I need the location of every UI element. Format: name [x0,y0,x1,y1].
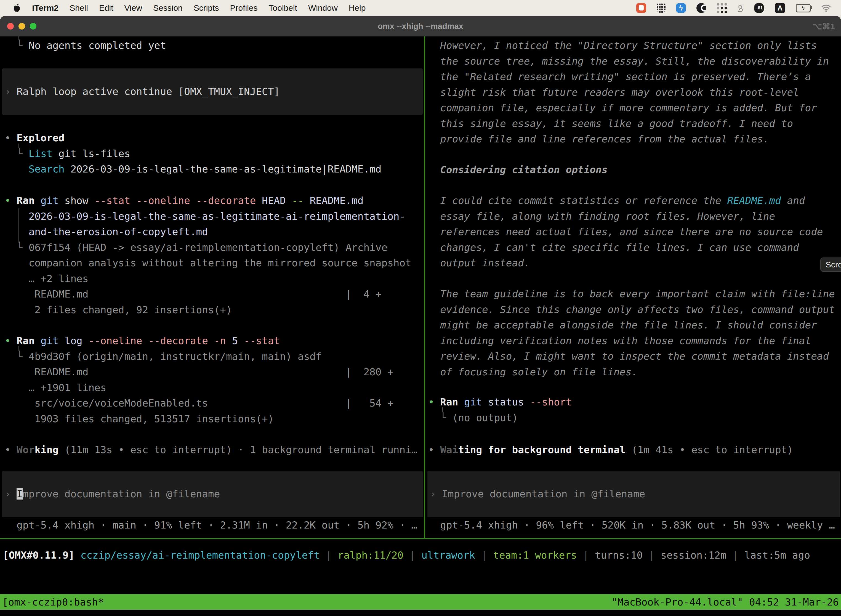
menu-item-window[interactable]: Window [308,3,338,13]
menu-item-session[interactable]: Session [153,3,183,13]
shield-grid-icon[interactable] [657,3,665,13]
terminal-line: provide file and line references from th… [428,131,841,147]
terminal-line: However, I noticed the "Directory Struct… [428,38,841,54]
git-show-block: • Ran git show --stat --oneline --decora… [5,193,424,318]
agents-completed-note: └ No agents completed yet [5,38,424,54]
terminal-line: • Explored [5,130,424,146]
menubar-status-icons: ϟ ꝸ ..61 A ϟ [636,3,831,13]
terminal-line: changes, I can't cite specific file line… [428,240,841,255]
explored-block: • Explored └ List git ls-files Search 20… [5,130,424,177]
squiggle-icon[interactable]: ꝸ [738,3,743,13]
terminal-line: Considering citation options [428,162,841,178]
prompt-placeholder-right: › Improve documentation in @filename [430,486,645,502]
menu-item-profiles[interactable]: Profiles [230,3,258,13]
terminal-line: evidence. Since this change only affects… [428,302,841,318]
terminal-pane-left[interactable]: └ No agents completed yet › Ralph loop a… [0,37,424,538]
prompt-input-left[interactable]: › Improve documentation in @filename [2,471,423,517]
terminal-line: review. Also, I might want to inspect th… [428,349,841,364]
terminal-line: and-the-erosion-of-copyleft.md [5,224,424,240]
thinking-paragraph-2: I could cite commit statistics or refere… [428,193,841,271]
pane-divider-horizontal [0,538,841,539]
tree-connector [19,346,19,351]
menu-item-toolbelt[interactable]: Toolbelt [269,3,297,13]
window-title: omx --xhigh --madmax [378,22,463,31]
terminal-line: I could cite commit statistics or refere… [428,193,841,209]
traffic-lights [7,16,37,37]
letter-a-icon[interactable]: A [775,3,785,13]
wifi-icon[interactable] [821,4,831,12]
terminal-line: • Ran git log --oneline --decorate -n 5 … [5,333,424,349]
menu-item-app[interactable]: iTerm2 [32,3,59,13]
terminal-line: › Improve documentation in @filename [5,486,220,502]
terminal-line: output instead. [428,255,841,271]
terminal-line: • Working (11m 13s • esc to interrupt) ·… [5,442,424,458]
model-status-left: gpt-5.4 xhigh · main · 91% left · 2.31M … [5,518,424,533]
screenshot-app-icon[interactable] [636,3,646,13]
terminal-line: README.md | 280 + [5,364,424,380]
working-status-line: • Working (11m 13s • esc to interrupt) ·… [5,442,424,458]
menu-item-shell[interactable]: Shell [70,3,88,13]
terminal-line: might be acceptable alongside the file l… [428,317,841,333]
terminal-line: companion analysis without altering the … [5,255,424,271]
tmux-host-clock: "MacBook-Pro-44.local" 04:52 31-Mar-26 [611,596,839,608]
terminal-line: └ List git ls-files [5,146,424,162]
terminal-line: of focusing solely on file lines. [428,364,841,380]
terminal-line: … +2 lines [5,271,424,287]
waiting-status-line: • Waiting for background terminal (1m 41… [428,442,841,458]
terminal-line: references need actual files, and since … [428,224,841,240]
menu-item-scripts[interactable]: Scripts [194,3,219,13]
git-log-block: • Ran git log --oneline --decorate -n 5 … [5,333,424,427]
terminal-line: slight risk that future readers may over… [428,85,841,100]
prompt-input-right[interactable]: › Improve documentation in @filename [428,471,840,517]
terminal-line: └ 4b9d30f (origin/main, instructkr/main,… [5,349,424,365]
terminal-line: 1903 files changed, 513517 insertions(+) [5,411,424,427]
terminal-line: └ 067f154 (HEAD -> essay/ai-reimplementa… [5,240,424,255]
menu-item-view[interactable]: View [125,3,142,13]
terminal-line: this single essay, it seems like a good … [428,116,841,132]
tmux-status-bar[interactable]: [omx-cczip0:bash* "MacBook-Pro-44.local"… [0,594,841,610]
terminal-line: The team guideline is to back every impo… [428,286,841,302]
tree-connector [19,144,19,148]
terminal-line: Search 2026-03-09-is-legal-the-same-as-l… [5,161,424,177]
terminal-line: • Waiting for background terminal (1m 41… [428,442,841,458]
terminal-line: src/voice/voiceModeEnabled.ts | 54 + [5,396,424,411]
omx-status-bar: [OMX#0.11.9] cczip/essay/ai-reimplementa… [3,547,810,563]
apple-menu-icon[interactable] [13,3,21,13]
window-shortcut-badge: ⌥⌘1 [813,22,835,31]
prompt-placeholder-left: › Improve documentation in @filename [5,486,220,502]
battery-icon[interactable]: ϟ [796,4,811,12]
terminal-pane-right[interactable]: However, I noticed the "Directory Struct… [425,37,841,538]
terminal-line: companion file, especially if more comme… [428,100,841,116]
thinking-paragraph-3: The team guideline is to back every impo… [428,286,841,380]
dots-grid-icon[interactable] [717,3,727,13]
close-button[interactable] [7,23,14,29]
terminal-line: gpt-5.4 xhigh · main · 91% left · 2.31M … [5,518,424,533]
prompt-box-injected[interactable]: › Ralph loop active continue [OMX_TMUX_I… [2,69,423,115]
menu-item-help[interactable]: Help [349,3,366,13]
menu-item-edit[interactable]: Edit [99,3,113,13]
screen-tooltip-text: Scre [826,260,841,269]
blue-bolt-icon[interactable]: ϟ [676,3,686,13]
model-status-right: gpt-5.4 xhigh · 96% left · 520K in · 5.8… [428,518,841,533]
zoom-button[interactable] [30,23,37,29]
terminal-line: essay file, along with finding root file… [428,209,841,224]
badge-61-icon[interactable]: ..61 [754,3,764,13]
terminal-line: … +1901 lines [5,380,424,396]
moon-circle-icon[interactable] [696,3,706,13]
terminal-line: gpt-5.4 xhigh · 96% left · 520K in · 5.8… [428,518,841,533]
minimize-button[interactable] [19,23,25,29]
terminal-line: └ No agents completed yet [5,38,424,54]
tree-connector [442,407,443,412]
terminal-line: the source tree, missing the essay. Stil… [428,54,841,69]
thinking-heading: Considering citation options [428,162,841,178]
thinking-paragraph-1: However, I noticed the "Directory Struct… [428,38,841,147]
terminal-line: [OMX#0.11.9] cczip/essay/ai-reimplementa… [3,547,810,563]
terminal-line: 2 files changed, 92 insertions(+) [5,302,424,318]
git-status-block: • Ran git status --short └ (no output) [428,395,841,425]
terminal-line: › Improve documentation in @filename [430,486,645,502]
terminal-line: › Ralph loop active continue [OMX_TMUX_I… [5,84,280,100]
tree-connector [19,208,19,243]
window-titlebar[interactable]: omx --xhigh --madmax ⌥⌘1 [0,16,841,37]
screen-tooltip: Scre [820,258,841,272]
terminal-line: └ (no output) [428,410,841,426]
